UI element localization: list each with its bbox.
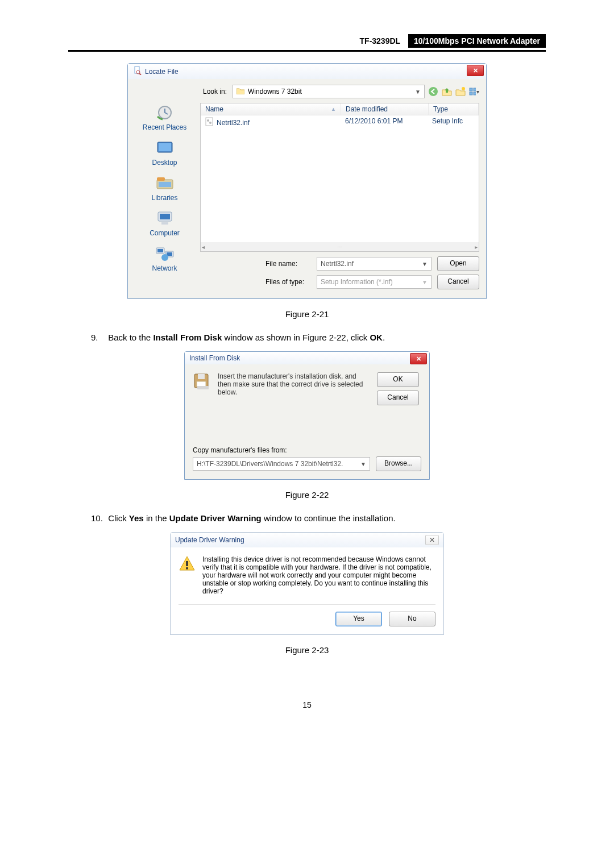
cancel-button[interactable]: Cancel	[437, 275, 479, 289]
inf-file-icon	[205, 117, 213, 128]
page-header: TF-3239DL 10/100Mbps PCI Network Adapter	[68, 34, 546, 52]
place-label: Recent Places	[135, 123, 194, 131]
close-button[interactable]: ✕	[425, 535, 439, 545]
step-9: 9. Back to the Install From Disk window …	[91, 333, 512, 342]
look-in-combo[interactable]: Windowns 7 32bit ▼	[233, 85, 425, 98]
page-number: 15	[68, 700, 546, 709]
step-number: 9.	[91, 333, 106, 342]
svg-rect-11	[159, 143, 171, 151]
cancel-button[interactable]: Cancel	[377, 391, 419, 405]
svg-rect-13	[157, 177, 165, 181]
look-in-value: Windowns 7 32bit	[248, 88, 302, 95]
up-one-level-icon[interactable]	[442, 86, 452, 97]
yes-button[interactable]: Yes	[335, 612, 382, 626]
model-code: TF-3239DL	[354, 34, 406, 48]
new-folder-icon[interactable]	[455, 86, 466, 97]
browse-button[interactable]: Browse...	[376, 456, 421, 471]
warning-icon	[179, 555, 196, 572]
dialog-title: Update Driver Warning	[175, 536, 244, 544]
locate-file-dialog: Locate File ✕ Look in: Windowns 7 32bit …	[127, 63, 487, 299]
dialog-message: Insert the manufacturer's installation d…	[218, 372, 370, 405]
dialog-titlebar: Locate File ✕	[128, 64, 486, 79]
step-10: 10. Click Yes in the Update Driver Warni…	[91, 513, 512, 523]
place-desktop[interactable]: Desktop	[135, 138, 194, 167]
svg-line-2	[139, 73, 141, 75]
file-name-input[interactable]: Netrtl32.inf ▼	[317, 257, 432, 271]
copy-path-combo[interactable]: H:\TF-3239DL\Drivers\Windows 7 32bit\Net…	[193, 457, 370, 471]
svg-rect-0	[135, 67, 139, 73]
svg-point-4	[462, 87, 465, 90]
chevron-down-icon: ▼	[422, 261, 428, 267]
close-button[interactable]: ✕	[467, 65, 484, 76]
svg-rect-28	[197, 381, 206, 387]
floppy-disk-icon	[193, 372, 211, 391]
place-libraries[interactable]: Libraries	[135, 173, 194, 202]
svg-rect-23	[206, 118, 213, 126]
place-network[interactable]: Network	[135, 244, 194, 272]
svg-rect-5	[470, 88, 472, 91]
copy-from-label: Copy manufacturer's files from:	[193, 446, 421, 454]
back-icon[interactable]	[428, 86, 438, 97]
dialog-titlebar: Install From Disk ✕	[185, 352, 429, 364]
close-button[interactable]: ✕	[410, 353, 427, 364]
chevron-down-icon: ▾	[476, 89, 479, 95]
col-type-header[interactable]: Type	[429, 103, 479, 115]
place-recent[interactable]: Recent Places	[135, 103, 194, 131]
chevron-down-icon: ▼	[422, 279, 428, 285]
figure-caption-23: Figure 2-23	[68, 645, 546, 655]
places-bar: Recent Places Desktop Libraries	[135, 103, 194, 293]
svg-point-22	[161, 254, 168, 261]
svg-rect-30	[186, 561, 188, 566]
svg-rect-19	[157, 249, 163, 252]
horizontal-scrollbar[interactable]: ◂ ⋯ ▸	[201, 242, 479, 251]
computer-icon	[153, 209, 177, 228]
figure-caption-21: Figure 2-21	[68, 309, 546, 319]
svg-rect-7	[470, 92, 472, 95]
chevron-down-icon: ▼	[360, 461, 366, 467]
row-type: Setup Infc	[428, 115, 479, 130]
row-date: 6/12/2010 6:01 PM	[341, 115, 428, 130]
desktop-icon	[153, 138, 177, 157]
svg-point-3	[429, 87, 438, 96]
row-name: Netrtl32.inf	[217, 119, 250, 127]
file-list[interactable]: Name ▲ Date modified Type Netrtl32.inf	[200, 103, 479, 252]
place-label: Desktop	[135, 159, 194, 167]
table-row[interactable]: Netrtl32.inf 6/12/2010 6:01 PM Setup Inf…	[201, 115, 479, 130]
folder-icon	[237, 88, 244, 96]
scroll-right-icon[interactable]: ▸	[475, 244, 478, 250]
svg-rect-6	[474, 88, 476, 91]
ok-button[interactable]: OK	[377, 372, 419, 387]
product-name: 10/100Mbps PCI Network Adapter	[408, 34, 546, 48]
column-headers: Name ▲ Date modified Type	[201, 103, 479, 115]
place-label: Libraries	[135, 194, 194, 202]
place-label: Network	[135, 264, 194, 272]
sort-asc-icon: ▲	[331, 106, 336, 112]
no-button[interactable]: No	[389, 612, 435, 626]
svg-rect-14	[159, 182, 171, 187]
figure-caption-22: Figure 2-22	[68, 490, 546, 500]
svg-rect-29	[197, 386, 209, 389]
views-menu-icon[interactable]: ▾	[469, 86, 479, 97]
col-date-header[interactable]: Date modified	[341, 103, 429, 115]
recent-places-icon	[153, 103, 177, 122]
files-of-type-label: Files of type:	[265, 278, 311, 286]
libraries-icon	[153, 173, 177, 193]
search-file-icon	[132, 66, 142, 77]
update-driver-warning-dialog: Update Driver Warning ✕ Installing this …	[170, 532, 444, 635]
chevron-down-icon: ▼	[415, 89, 421, 95]
open-button[interactable]: Open	[437, 256, 479, 271]
dialog-title: Install From Disk	[189, 354, 240, 362]
svg-rect-17	[161, 222, 168, 225]
dialog-titlebar: Update Driver Warning ✕	[171, 533, 443, 547]
warning-message: Installing this device driver is not rec…	[202, 555, 435, 595]
svg-rect-16	[160, 214, 170, 219]
dialog-title: Locate File	[145, 68, 179, 76]
look-in-label: Look in:	[203, 88, 227, 95]
network-icon	[153, 244, 177, 263]
col-name-header[interactable]: Name ▲	[201, 103, 341, 115]
place-label: Computer	[135, 229, 194, 237]
files-of-type-combo: Setup Information (*.inf) ▼	[317, 275, 432, 289]
place-computer[interactable]: Computer	[135, 209, 194, 237]
svg-rect-8	[474, 92, 476, 95]
svg-rect-31	[186, 567, 188, 570]
